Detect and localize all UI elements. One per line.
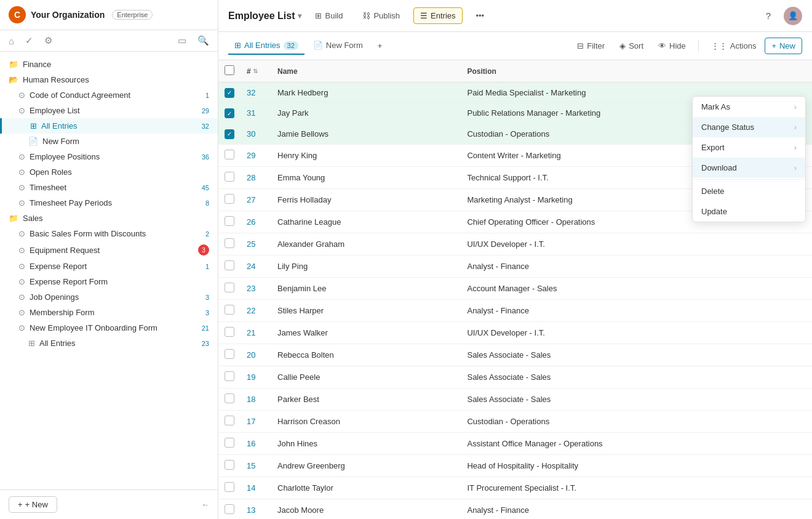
name-header[interactable]: Name (271, 60, 461, 82)
row-checkbox[interactable] (225, 305, 234, 315)
settings-icon[interactable]: ⚙ (44, 35, 52, 46)
dropdown-item-export[interactable]: Export › (693, 137, 805, 158)
row-name[interactable]: Ferris Holladay (271, 188, 461, 211)
row-checkbox-cell[interactable] (218, 366, 241, 388)
sidebar-item-membership-form[interactable]: ⊙ Membership Form 3 (0, 305, 218, 320)
row-name[interactable]: Andrew Greenberg (271, 454, 461, 477)
row-checkbox-cell[interactable] (218, 454, 241, 477)
more-button[interactable]: ••• (470, 8, 491, 23)
row-name[interactable]: Jacob Moore (271, 499, 461, 519)
row-checkbox-cell[interactable]: ✓ (218, 103, 241, 124)
sidebar-item-expense-report[interactable]: ⊙ Expense Report 1 (0, 259, 218, 274)
filter-button[interactable]: ⊟ Filter (571, 38, 611, 54)
row-checkbox[interactable] (225, 460, 234, 470)
row-name[interactable]: Catharine League (271, 211, 461, 233)
row-checkbox-cell[interactable] (218, 188, 241, 211)
row-name[interactable]: Callie Peele (271, 366, 461, 388)
row-checkbox[interactable]: ✓ (225, 108, 234, 118)
sidebar-item-code-of-conduct[interactable]: ⊙ Code of Conduct Agreement 1 (0, 87, 218, 103)
build-button[interactable]: ⊞ Build (309, 8, 349, 23)
row-checkbox[interactable] (225, 283, 234, 292)
row-checkbox[interactable] (225, 393, 234, 403)
position-header[interactable]: Position (461, 60, 812, 82)
new-form-tab[interactable]: 📄 New Form (307, 37, 369, 55)
row-checkbox[interactable] (225, 150, 234, 159)
hide-button[interactable]: 👁 Hide (652, 38, 692, 54)
row-name[interactable]: John Hines (271, 432, 461, 454)
row-checkbox[interactable] (225, 416, 234, 425)
row-checkbox[interactable]: ✓ (225, 129, 234, 139)
sidebar-item-all-entries[interactable]: ⊞ All Entries 32 (0, 118, 218, 134)
sidebar-item-new-form[interactable]: 📄 New Form (0, 134, 218, 149)
sidebar-item-expense-report-form[interactable]: ⊙ Expense Report Form (0, 274, 218, 289)
publish-button[interactable]: ⛓ Publish (356, 8, 406, 23)
search-icon[interactable]: 🔍 (197, 35, 209, 46)
row-name[interactable]: Mark Hedberg (271, 82, 461, 103)
avatar[interactable]: 👤 (784, 7, 802, 25)
row-name[interactable]: Benjamin Lee (271, 277, 461, 299)
sidebar-item-job-openings[interactable]: ⊙ Job Openings 3 (0, 289, 218, 305)
row-checkbox[interactable] (225, 172, 234, 182)
row-checkbox[interactable] (225, 238, 234, 248)
dropdown-item-change-status[interactable]: Change Status › (693, 117, 805, 137)
chevron-down-icon[interactable]: ▾ (298, 12, 301, 20)
row-checkbox[interactable] (225, 194, 234, 204)
row-checkbox-cell[interactable] (218, 410, 241, 432)
row-checkbox-cell[interactable] (218, 166, 241, 188)
number-header[interactable]: # ⇅ (241, 60, 271, 82)
sidebar-item-timesheet[interactable]: ⊙ Timesheet 45 (0, 180, 218, 195)
new-button[interactable]: + + New (9, 496, 57, 513)
dropdown-item-download[interactable]: Download › (693, 158, 805, 178)
row-name[interactable]: Harrison Creason (271, 410, 461, 432)
row-name[interactable]: Stiles Harper (271, 299, 461, 321)
row-checkbox[interactable] (225, 216, 234, 226)
sidebar-item-employee-list[interactable]: ⊙ Employee List 29 (0, 103, 218, 118)
sidebar-item-open-roles[interactable]: ⊙ Open Roles (0, 164, 218, 180)
sidebar-item-employee-positions[interactable]: ⊙ Employee Positions 36 (0, 149, 218, 164)
dropdown-item-delete[interactable]: Delete (693, 181, 805, 201)
collapse-icon[interactable]: ← (201, 500, 209, 509)
sidebar-item-new-employee-it[interactable]: ⊙ New Employee IT Onboarding Form 21 (0, 320, 218, 336)
row-name[interactable]: Rebecca Bolten (271, 344, 461, 366)
row-name[interactable]: Alexander Graham (271, 233, 461, 255)
new-entry-button[interactable]: + New (765, 38, 802, 54)
row-checkbox-cell[interactable] (218, 144, 241, 166)
row-checkbox-cell[interactable] (218, 233, 241, 255)
row-checkbox-cell[interactable]: ✓ (218, 124, 241, 145)
sidebar-item-finance[interactable]: 📁 Finance (0, 57, 218, 72)
row-checkbox-cell[interactable] (218, 388, 241, 410)
row-name[interactable]: Henry King (271, 144, 461, 166)
row-name[interactable]: James Walker (271, 321, 461, 344)
sidebar-item-all-entries-2[interactable]: ⊞ All Entries 23 (0, 336, 218, 351)
row-name[interactable]: Emma Young (271, 166, 461, 188)
row-checkbox[interactable] (225, 349, 234, 359)
sidebar-item-equipment-request[interactable]: ⊙ Equipment Request 3 (0, 241, 218, 259)
dropdown-item-update[interactable]: Update (693, 201, 805, 222)
row-checkbox-cell[interactable] (218, 299, 241, 321)
row-checkbox-cell[interactable] (218, 432, 241, 454)
select-all-header[interactable] (218, 60, 241, 82)
home-icon[interactable]: ⌂ (9, 36, 14, 46)
row-name[interactable]: Charlotte Taylor (271, 477, 461, 499)
row-checkbox[interactable]: ✓ (225, 88, 234, 98)
actions-button[interactable]: ⋮⋮ Actions (705, 38, 763, 54)
sidebar-item-human-resources[interactable]: 📂 Human Resources (0, 72, 218, 87)
row-checkbox[interactable] (225, 438, 234, 448)
row-checkbox-cell[interactable] (218, 255, 241, 277)
add-tab-button[interactable]: + (372, 38, 389, 54)
row-checkbox-cell[interactable] (218, 499, 241, 519)
row-checkbox-cell[interactable] (218, 277, 241, 299)
row-name[interactable]: Parker Best (271, 388, 461, 410)
layout-icon[interactable]: ▭ (178, 35, 186, 46)
sidebar-item-sales[interactable]: 📁 Sales (0, 211, 218, 226)
row-checkbox-cell[interactable] (218, 344, 241, 366)
row-checkbox[interactable] (225, 327, 234, 337)
sidebar-item-basic-sales[interactable]: ⊙ Basic Sales Form with Discounts 2 (0, 226, 218, 241)
row-checkbox-cell[interactable] (218, 321, 241, 344)
row-checkbox-cell[interactable] (218, 211, 241, 233)
dropdown-item-mark-as[interactable]: Mark As › (693, 97, 805, 117)
check-icon[interactable]: ✓ (25, 35, 33, 46)
row-checkbox-cell[interactable]: ✓ (218, 82, 241, 103)
sidebar-item-timesheet-pay-periods[interactable]: ⊙ Timesheet Pay Periods 8 (0, 195, 218, 211)
row-checkbox-cell[interactable] (218, 477, 241, 499)
